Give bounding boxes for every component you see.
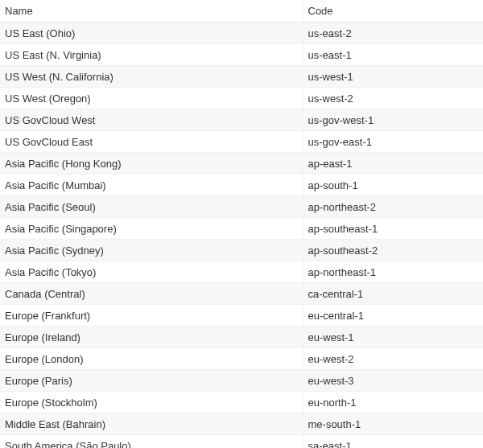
region-name: Europe (Ireland) — [0, 327, 303, 348]
region-code: us-west-1 — [303, 66, 483, 88]
region-code: us-east-1 — [303, 44, 483, 66]
table-header-row: Name Code — [0, 0, 483, 23]
table-row: US GovCloud Eastus-gov-east-1 — [0, 131, 483, 153]
region-name: Canada (Central) — [0, 283, 303, 305]
region-code: ap-south-1 — [303, 175, 483, 196]
region-code: eu-west-2 — [303, 348, 483, 370]
region-code: us-east-2 — [303, 23, 483, 44]
table-row: US East (N. Virginia)us-east-1 — [0, 44, 483, 66]
region-name: Asia Pacific (Seoul) — [0, 196, 303, 218]
region-name: US GovCloud West — [0, 109, 303, 131]
region-name: Europe (London) — [0, 348, 303, 370]
region-code: ap-east-1 — [303, 153, 483, 175]
region-code: us-west-2 — [303, 88, 483, 109]
region-code: eu-central-1 — [303, 305, 483, 327]
table-row: Europe (Stockholm)eu-north-1 — [0, 392, 483, 413]
table-row: Middle East (Bahrain)me-south-1 — [0, 413, 483, 435]
region-name: US West (N. California) — [0, 66, 303, 88]
table-row: Europe (London)eu-west-2 — [0, 348, 483, 370]
table-body: US East (Ohio)us-east-2US East (N. Virgi… — [0, 23, 483, 449]
region-name: South America (São Paulo) — [0, 435, 303, 449]
region-code: ap-northeast-2 — [303, 196, 483, 218]
region-name: Europe (Frankfurt) — [0, 305, 303, 327]
region-name: Asia Pacific (Mumbai) — [0, 175, 303, 196]
table-row: US GovCloud Westus-gov-west-1 — [0, 109, 483, 131]
table-row: Europe (Frankfurt)eu-central-1 — [0, 305, 483, 327]
region-name: Europe (Stockholm) — [0, 392, 303, 413]
region-code: ap-southeast-2 — [303, 240, 483, 261]
table-row: US West (Oregon)us-west-2 — [0, 88, 483, 109]
region-name: Europe (Paris) — [0, 370, 303, 392]
table-row: Asia Pacific (Mumbai)ap-south-1 — [0, 175, 483, 196]
region-name: Asia Pacific (Tokyo) — [0, 261, 303, 283]
region-name: Middle East (Bahrain) — [0, 413, 303, 435]
region-code: us-gov-east-1 — [303, 131, 483, 153]
region-name: US GovCloud East — [0, 131, 303, 153]
regions-table: Name Code US East (Ohio)us-east-2US East… — [0, 0, 483, 448]
table-row: Asia Pacific (Seoul)ap-northeast-2 — [0, 196, 483, 218]
region-code: ap-southeast-1 — [303, 218, 483, 240]
header-code: Code — [303, 0, 483, 23]
table-row: South America (São Paulo)sa-east-1 — [0, 435, 483, 449]
table-row: Europe (Ireland)eu-west-1 — [0, 327, 483, 348]
table-row: Canada (Central)ca-central-1 — [0, 283, 483, 305]
region-name: US East (Ohio) — [0, 23, 303, 44]
region-name: Asia Pacific (Singapore) — [0, 218, 303, 240]
table-row: US West (N. California)us-west-1 — [0, 66, 483, 88]
table-row: US East (Ohio)us-east-2 — [0, 23, 483, 44]
region-code: ap-northeast-1 — [303, 261, 483, 283]
table-row: Asia Pacific (Tokyo)ap-northeast-1 — [0, 261, 483, 283]
table-row: Asia Pacific (Hong Kong)ap-east-1 — [0, 153, 483, 175]
region-name: Asia Pacific (Hong Kong) — [0, 153, 303, 175]
table-row: Asia Pacific (Singapore)ap-southeast-1 — [0, 218, 483, 240]
table-row: Asia Pacific (Sydney)ap-southeast-2 — [0, 240, 483, 261]
region-name: US East (N. Virginia) — [0, 44, 303, 66]
region-code: eu-west-1 — [303, 327, 483, 348]
region-name: Asia Pacific (Sydney) — [0, 240, 303, 261]
region-code: us-gov-west-1 — [303, 109, 483, 131]
region-name: US West (Oregon) — [0, 88, 303, 109]
region-code: eu-west-3 — [303, 370, 483, 392]
table-row: Europe (Paris)eu-west-3 — [0, 370, 483, 392]
header-name: Name — [0, 0, 303, 23]
region-code: ca-central-1 — [303, 283, 483, 305]
region-code: sa-east-1 — [303, 435, 483, 449]
region-code: eu-north-1 — [303, 392, 483, 413]
region-code: me-south-1 — [303, 413, 483, 435]
